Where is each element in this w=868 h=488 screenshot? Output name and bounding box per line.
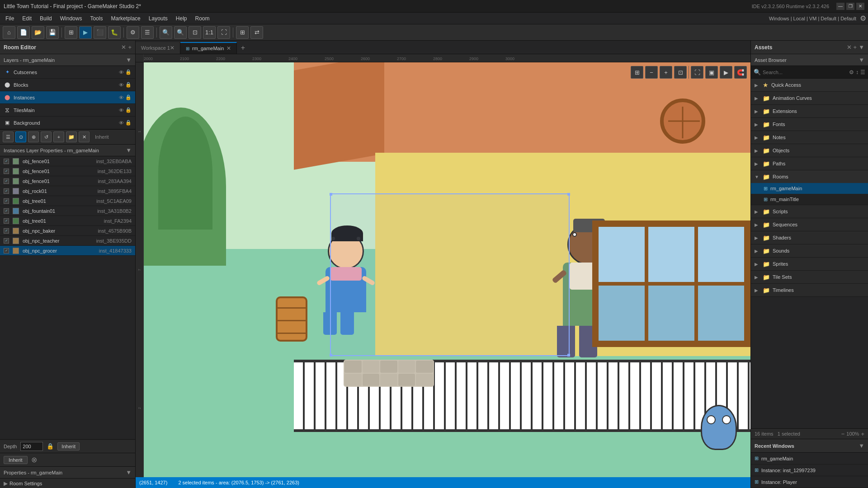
depth-input[interactable]: 200 — [20, 442, 43, 451]
check-fountain[interactable]: ✓ — [4, 208, 9, 214]
check-tree1[interactable]: ✓ — [4, 198, 9, 204]
remove-inherit-button[interactable]: ⊗ — [31, 455, 37, 464]
menu-build[interactable]: Build — [36, 14, 56, 23]
instance-item-tree1[interactable]: ✓ obj_tree01 inst_5C1AEA09 — [0, 196, 135, 206]
recent-collapse[interactable]: ▼ — [859, 442, 864, 449]
menu-edit[interactable]: Edit — [19, 14, 35, 23]
sequences-header[interactable]: ▶ 📁 Sequences — [751, 218, 868, 231]
menu-button[interactable]: ☰ — [860, 69, 865, 75]
canvas-play-btn[interactable]: ▶ — [720, 66, 732, 79]
inherit-button[interactable]: Inherit — [4, 456, 28, 464]
views-button[interactable]: ⊞ — [236, 26, 249, 39]
layer-vis-btn[interactable]: 👁 — [119, 69, 124, 75]
tilesets-header[interactable]: ▶ 📁 Tile Sets — [751, 271, 868, 283]
add-btn[interactable]: + — [53, 131, 64, 142]
assets-add[interactable]: + — [854, 44, 857, 51]
add-tab-button[interactable]: + — [237, 42, 249, 54]
rotate-btn[interactable]: ↺ — [41, 131, 52, 142]
check-teacher[interactable]: ✓ — [4, 238, 9, 244]
layers-collapse[interactable]: ▼ — [126, 56, 132, 63]
assets-close[interactable]: ✕ — [847, 44, 852, 51]
sprites-header[interactable]: ▶ 📁 Sprites — [751, 258, 868, 270]
rooms-header[interactable]: ▼ 📁 Rooms — [751, 170, 868, 183]
recent-player[interactable]: ⊞ Instance: Player — [751, 476, 868, 488]
main-tab-close[interactable]: ✕ — [226, 45, 231, 52]
stop-button[interactable]: ⬛ — [94, 26, 106, 39]
recent-rm-gamemain[interactable]: ⊞ rm_gameMain — [751, 453, 868, 465]
save-button[interactable]: 💾 — [46, 26, 59, 39]
asset-browser-collapse[interactable]: ▼ — [859, 56, 864, 63]
instance-item-fountain[interactable]: ✓ obj_fountain01 inst_3A31B0B2 — [0, 206, 135, 216]
timelines-header[interactable]: ▶ 📁 Timelines — [751, 284, 868, 296]
check-tree2[interactable]: ✓ — [4, 218, 9, 224]
blocks-lock-btn[interactable]: 🔒 — [125, 82, 132, 88]
new-button[interactable]: 📄 — [17, 26, 30, 39]
layer-tilesmain[interactable]: ⧖ TilesMain 👁 🔒 — [0, 104, 135, 117]
canvas-zoom-fit-btn[interactable]: ⊡ — [674, 66, 687, 79]
notes-header[interactable]: ▶ 📁 Notes — [751, 131, 868, 144]
instance-item-fence3[interactable]: ✓ obj_fence01 inst_283AA394 — [0, 176, 135, 186]
zoom-increase-btn[interactable]: + — [861, 431, 864, 437]
move-btn[interactable]: ⊕ — [28, 131, 39, 142]
quick-access-header[interactable]: ▶ ★ Quick Access — [751, 79, 868, 91]
canvas-fullscreen-btn[interactable]: ⛶ — [691, 66, 703, 79]
instance-item-teacher[interactable]: ✓ obj_npc_teacher inst_3BE935DD — [0, 236, 135, 246]
blocks-vis-btn[interactable]: 👁 — [119, 82, 124, 88]
check-rock[interactable]: ✓ — [4, 188, 9, 194]
zoom-in-button[interactable]: 🔍 — [174, 26, 187, 39]
menu-windows[interactable]: Windows — [57, 14, 86, 23]
main-tab[interactable]: ⊞ rm_gameMain ✕ — [180, 42, 237, 54]
extensions-header[interactable]: ▶ 📁 Extensions — [751, 105, 868, 117]
room-settings-row[interactable]: ▶ Room Settings — [0, 478, 135, 488]
add-instance-btn[interactable]: ☰ — [3, 131, 14, 142]
open-button[interactable]: 📂 — [32, 26, 44, 39]
workspace-tab-close[interactable]: ✕ — [170, 45, 175, 51]
menu-room[interactable]: Room — [192, 14, 213, 23]
sounds-header[interactable]: ▶ 📁 Sounds — [751, 244, 868, 257]
layer-lock-btn[interactable]: 🔒 — [125, 69, 132, 75]
recent-inst-12997239[interactable]: ⊞ Instance: inst_12997239 — [751, 465, 868, 476]
instance-item-fence1[interactable]: ✓ obj_fence01 inst_32EB0ABA — [0, 156, 135, 166]
assets-expand[interactable]: ▼ — [859, 44, 864, 51]
inherit-depth-button[interactable]: Inherit — [57, 442, 80, 450]
menu-tools[interactable]: Tools — [86, 14, 106, 23]
room-rm-maintitle[interactable]: ⊞ rm_mainTitle — [751, 194, 868, 205]
room-rm-gamemain[interactable]: ⊞ rm_gameMain — [751, 183, 868, 194]
instance-item-grocer[interactable]: ✓ obj_npc_grocer inst_41847333 — [0, 246, 135, 256]
settings-button[interactable]: ⚙ — [127, 26, 139, 39]
layer-cutscenes[interactable]: ✦ Cutscenes 👁 🔒 — [0, 66, 135, 79]
maximize-button[interactable]: ❐ — [846, 3, 854, 10]
filter-button[interactable]: ⚙ — [849, 69, 854, 75]
room-editor-add[interactable]: + — [128, 44, 132, 51]
menu-help[interactable]: Help — [172, 14, 191, 23]
instance-item-baker[interactable]: ✓ obj_npc_baker inst_4575B90B — [0, 226, 135, 236]
check-grocer[interactable]: ✓ — [4, 248, 9, 253]
create-group-button[interactable]: ⊞ — [65, 26, 77, 39]
check-fence1[interactable]: ✓ — [4, 159, 9, 164]
canvas-zoom-out-btn[interactable]: − — [645, 66, 658, 79]
instance-item-fence2[interactable]: ✓ obj_fence01 inst_362DE133 — [0, 166, 135, 176]
canvas-grid-btn[interactable]: ⊞ — [631, 66, 643, 79]
zoom-decrease-btn[interactable]: − — [841, 431, 845, 437]
zoom-fit-button[interactable]: ⊡ — [189, 26, 201, 39]
options-button[interactable]: ☰ — [141, 26, 154, 39]
menu-file[interactable]: File — [2, 14, 18, 23]
tilesmain-vis-btn[interactable]: 👁 — [119, 107, 124, 113]
canvas-area[interactable]: ⊞ − + ⊡ ⛶ ▣ ▶ 🧲 — [136, 62, 750, 477]
instance-item-tree2[interactable]: ✓ obj_tree01 inst_FA2394 — [0, 216, 135, 226]
folder-btn[interactable]: 📁 — [66, 131, 77, 142]
zoom-out-button[interactable]: 🔍 — [160, 26, 172, 39]
depth-lock-btn[interactable]: 🔒 — [47, 443, 54, 450]
layer-background[interactable]: ▣ Background 👁 🔒 — [0, 117, 135, 129]
room-editor-close[interactable]: ✕ — [121, 44, 126, 51]
shaders-header[interactable]: ▶ 📁 Shaders — [751, 231, 868, 244]
check-fence2[interactable]: ✓ — [4, 169, 9, 174]
menu-layouts[interactable]: Layouts — [145, 14, 171, 23]
scripts-header[interactable]: ▶ 📁 Scripts — [751, 205, 868, 218]
fonts-header[interactable]: ▶ 📁 Fonts — [751, 118, 868, 131]
switch-button[interactable]: ⇄ — [250, 26, 263, 39]
select-btn[interactable]: ⊙ — [15, 131, 26, 142]
close-button[interactable]: ✕ — [856, 3, 864, 10]
settings-icon[interactable]: ⚙ — [860, 14, 866, 23]
tilesmain-lock-btn[interactable]: 🔒 — [125, 107, 132, 113]
